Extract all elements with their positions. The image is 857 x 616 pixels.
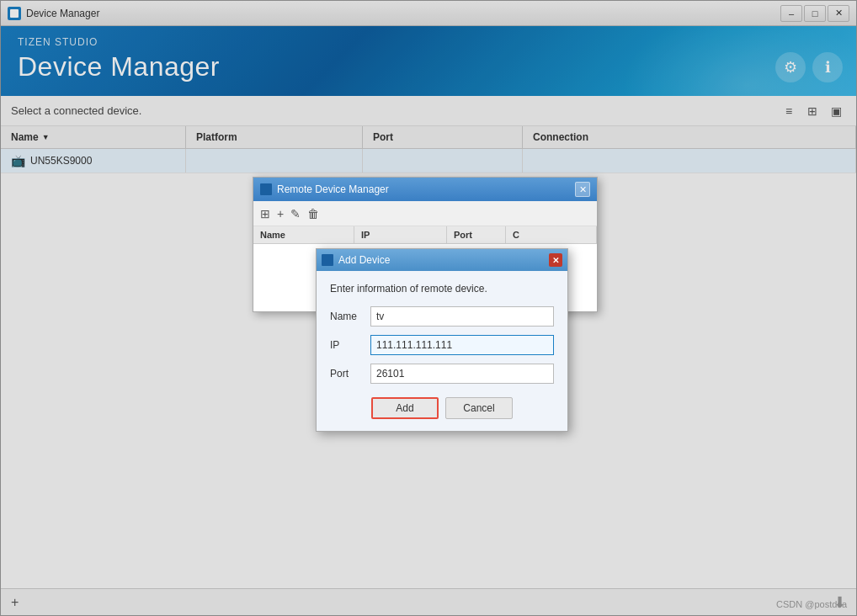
remote-col-name: Name xyxy=(253,226,354,243)
remote-new-icon[interactable]: + xyxy=(277,207,284,220)
name-input[interactable] xyxy=(370,306,554,327)
port-form-row: Port xyxy=(330,364,554,384)
ip-input[interactable] xyxy=(370,335,554,355)
add-dialog-buttons: Add Cancel xyxy=(330,397,554,419)
add-dialog-close[interactable]: ✕ xyxy=(549,253,562,267)
remote-dialog-title: Remote Device Manager xyxy=(277,183,575,195)
ip-label: IP xyxy=(330,339,370,351)
remote-add-group-icon[interactable]: ⊞ xyxy=(260,207,270,220)
add-dialog-icon xyxy=(322,254,333,266)
port-label: Port xyxy=(330,368,370,380)
add-dialog-body: Enter information of remote device. Name… xyxy=(317,271,567,431)
ip-form-row: IP xyxy=(330,335,554,355)
add-dialog-title-bar: Add Device ✕ xyxy=(317,249,567,271)
name-form-row: Name xyxy=(330,306,554,327)
add-button[interactable]: Add xyxy=(371,397,439,419)
add-dialog-description: Enter information of remote device. xyxy=(330,283,554,295)
name-label: Name xyxy=(330,311,370,322)
remote-dialog-toolbar: ⊞ + ✎ 🗑 xyxy=(253,201,597,226)
cancel-button[interactable]: Cancel xyxy=(445,397,513,419)
port-input[interactable] xyxy=(370,364,554,384)
remote-delete-icon[interactable]: 🗑 xyxy=(307,207,319,220)
remote-dialog-close[interactable]: ✕ xyxy=(575,182,590,197)
remote-col-port: Port xyxy=(447,226,506,243)
remote-col-ip: IP xyxy=(354,226,447,243)
window-frame: Device Manager – □ ✕ TIZEN STUDIO Device… xyxy=(0,0,857,616)
remote-edit-icon[interactable]: ✎ xyxy=(290,207,301,220)
remote-table-header: Name IP Port C xyxy=(253,226,597,244)
remote-dialog-title-bar: Remote Device Manager ✕ xyxy=(253,178,597,201)
remote-dialog-icon xyxy=(260,183,272,195)
remote-col-conn: C xyxy=(506,226,597,243)
add-dialog-title: Add Device xyxy=(338,254,549,266)
add-device-dialog: Add Device ✕ Enter information of remote… xyxy=(316,248,568,432)
